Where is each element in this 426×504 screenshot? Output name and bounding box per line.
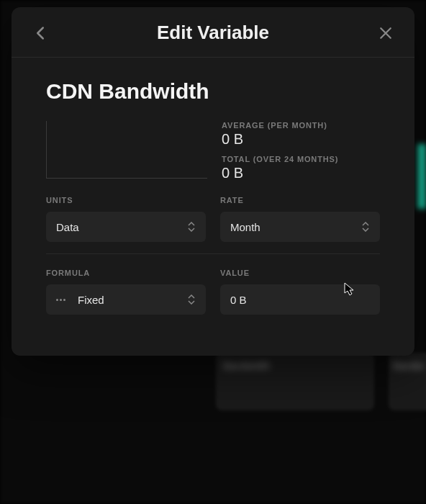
stat-value: 0 B [222,165,380,181]
value-field: VALUE 0 B [220,269,380,315]
rate-field: RATE Month [220,196,380,242]
units-field: UNITS Data [46,196,206,242]
stat-value: 0 B [222,131,380,148]
close-button[interactable] [377,24,394,42]
stat-total: TOTAL (OVER 24 MONTHS) 0 B [222,155,380,181]
updown-icon [187,294,196,305]
formula-field: FORMULA Fixed [46,269,206,315]
edit-variable-modal: Edit Variable CDN Bandwidth AVERAGE (PER… [12,7,414,356]
bg-card: Bandwidth [216,353,374,410]
value-input[interactable]: 0 B [220,284,380,315]
select-value: Month [230,221,260,233]
close-icon [379,27,392,40]
variable-name: CDN Bandwidth [46,79,380,104]
back-button[interactable] [32,24,49,42]
stats-row: AVERAGE (PER MONTH) 0 B TOTAL (OVER 24 M… [46,121,380,181]
stat-label: TOTAL (OVER 24 MONTHS) [222,155,380,163]
chart-placeholder [46,121,207,179]
updown-icon [361,221,370,233]
bg-text: Bandwidth [223,360,367,372]
dots-icon [56,299,71,301]
field-label: FORMULA [46,269,206,277]
select-value: Data [56,221,79,233]
updown-icon [187,221,196,233]
field-label: UNITS [46,196,206,204]
bg-teal-accent [417,144,426,209]
formula-select[interactable]: Fixed [46,284,206,315]
fields-row-2: FORMULA Fixed VALUE [46,269,380,315]
stat-average: AVERAGE (PER MONTH) 0 B [222,121,380,148]
rate-select[interactable]: Month [220,212,380,242]
chevron-left-icon [35,26,45,40]
stat-label: AVERAGE (PER MONTH) [222,121,380,130]
select-value: Fixed [78,294,104,306]
field-label: VALUE [220,269,380,277]
modal-title: Edit Variable [49,22,377,44]
stats-column: AVERAGE (PER MONTH) 0 B TOTAL (OVER 24 M… [222,121,380,181]
fields-row-1: UNITS Data RATE Month [46,196,380,242]
divider [46,253,380,254]
bg-card: Bandw [389,353,426,410]
modal-header: Edit Variable [12,7,414,58]
input-value: 0 B [230,294,247,306]
field-label: RATE [220,196,380,204]
modal-body: CDN Bandwidth AVERAGE (PER MONTH) 0 B TO… [12,58,414,348]
units-select[interactable]: Data [46,212,206,242]
